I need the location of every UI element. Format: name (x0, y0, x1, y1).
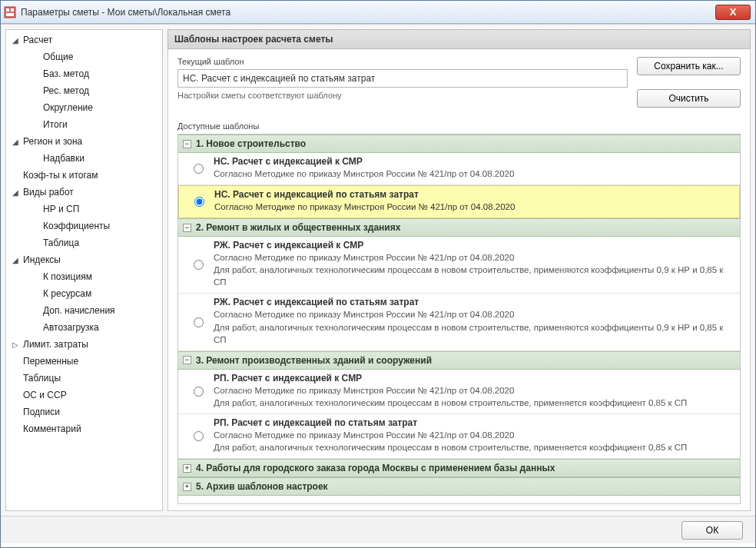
group-header-4[interactable]: +5. Архив шаблонов настроек (178, 477, 740, 496)
template-title: РП. Расчет с индексацией по статьям затр… (214, 417, 735, 428)
template-radio[interactable] (194, 164, 204, 174)
sidebar-item-9[interactable]: ◢Виды работ (6, 184, 162, 201)
sidebar-item-13[interactable]: ◢Индексы (6, 251, 162, 268)
sidebar-item-4[interactable]: Округление (6, 99, 162, 116)
template-radio[interactable] (194, 387, 204, 397)
sidebar-item-label: ОС и ССР (23, 390, 67, 400)
expand-icon: + (183, 464, 191, 473)
available-templates-label: Доступные шаблоны (177, 121, 741, 131)
sidebar-item-8[interactable]: Коэф-ты к итогам (6, 167, 162, 184)
sidebar-item-21[interactable]: ОС и ССР (6, 387, 162, 404)
save-as-button[interactable]: Сохранить как... (637, 57, 741, 75)
sidebar-item-3[interactable]: Рес. метод (6, 82, 162, 99)
template-radio[interactable] (194, 431, 204, 441)
sidebar-item-label: Надбавки (43, 153, 85, 164)
sidebar-item-label: Округление (43, 102, 93, 113)
panel-content: Текущий шаблон Настройки сметы соответст… (167, 49, 751, 511)
sidebar-item-1[interactable]: Общие (6, 48, 162, 65)
template-desc: Согласно Методике по приказу Минстроя Ро… (214, 251, 735, 288)
sidebar-item-label: Лимит. затраты (23, 339, 88, 350)
sidebar-item-11[interactable]: Коэффициенты (6, 218, 162, 234)
current-template-input[interactable] (177, 69, 628, 88)
app-icon (4, 6, 16, 18)
sidebar-item-14[interactable]: К позициям (6, 268, 162, 285)
group-title: 1. Новое строительство (196, 138, 306, 149)
sidebar-item-label: Таблицы (23, 373, 61, 384)
template-row[interactable]: РЖ. Расчет с индексацией по статьям затр… (178, 294, 740, 350)
sidebar-item-19[interactable]: Переменные (6, 353, 162, 370)
window-title: Параметры сметы - Мои сметы\Локальная см… (21, 7, 715, 18)
template-row[interactable]: НС. Расчет с индексацией к СМРСогласно М… (178, 153, 740, 185)
template-title: НС. Расчет с индексацией по статьям затр… (214, 189, 734, 200)
clear-button[interactable]: Очистить (637, 89, 741, 108)
group-title: 3. Ремонт производственных зданий и соор… (196, 355, 432, 366)
template-row[interactable]: РП. Расчет с индексацией к СМРСогласно М… (178, 370, 740, 414)
sidebar-item-label: Индексы (23, 254, 61, 265)
close-button[interactable]: X (715, 5, 751, 20)
sidebar-item-label: Рес. метод (43, 85, 89, 96)
sidebar[interactable]: ◢РасчетОбщиеБаз. методРес. методОкруглен… (5, 29, 163, 511)
group-title: 2. Ремонт в жилых и общественных зданиях (196, 222, 400, 233)
sidebar-item-label: Общие (43, 51, 73, 62)
sidebar-item-23[interactable]: Комментарий (6, 420, 162, 437)
dialog-footer: ОК (1, 516, 755, 543)
group-header-3[interactable]: +4. Работы для городского заказа города … (178, 459, 740, 477)
group-header-2[interactable]: −3. Ремонт производственных зданий и соо… (178, 351, 740, 370)
sidebar-item-20[interactable]: Таблицы (6, 370, 162, 387)
svg-rect-3 (6, 13, 14, 16)
template-title: РП. Расчет с индексацией к СМР (214, 373, 735, 384)
sidebar-item-label: Виды работ (23, 187, 74, 198)
sidebar-item-7[interactable]: Надбавки (6, 150, 162, 167)
sidebar-item-15[interactable]: К ресурсам (6, 285, 162, 302)
sidebar-item-5[interactable]: Итоги (6, 116, 162, 133)
dialog-window: Параметры сметы - Мои сметы\Локальная см… (0, 0, 756, 548)
sidebar-item-10[interactable]: НР и СП (6, 201, 162, 218)
template-radio[interactable] (194, 197, 204, 207)
template-title: РЖ. Расчет с индексацией по статьям затр… (214, 297, 735, 307)
template-radio[interactable] (194, 317, 204, 327)
nav-tree: ◢РасчетОбщиеБаз. методРес. методОкруглен… (6, 30, 162, 439)
dialog-body: ◢РасчетОбщиеБаз. методРес. методОкруглен… (1, 24, 755, 516)
tree-arrow-icon: ◢ (12, 256, 22, 264)
template-radio[interactable] (194, 260, 204, 270)
sidebar-item-6[interactable]: ◢Регион и зона (6, 133, 162, 150)
sidebar-item-label: К позициям (43, 271, 92, 282)
template-row[interactable]: РЖ. Расчет с индексацией к СМРСогласно М… (178, 237, 740, 294)
expand-icon: − (183, 140, 191, 148)
sidebar-item-label: Подписи (23, 407, 60, 417)
sidebar-item-label: Коэф-ты к итогам (23, 170, 98, 181)
tree-arrow-icon: ◢ (12, 188, 22, 197)
template-title: НС. Расчет с индексацией к СМР (214, 156, 735, 167)
sidebar-item-17[interactable]: Автозагрузка (6, 319, 162, 336)
sidebar-item-label: Автозагрузка (43, 322, 99, 333)
template-desc: Согласно Методике по приказу Минстроя Ро… (214, 308, 735, 345)
tree-arrow-icon: ◢ (12, 36, 22, 45)
expand-icon: + (183, 483, 191, 491)
sidebar-item-2[interactable]: Баз. метод (6, 65, 162, 82)
sidebar-item-label: Итоги (43, 119, 68, 130)
panel-header: Шаблоны настроек расчета сметы (167, 29, 751, 49)
group-header-1[interactable]: −2. Ремонт в жилых и общественных здания… (178, 218, 740, 237)
template-row[interactable]: РП. Расчет с индексацией по статьям затр… (178, 414, 740, 459)
sidebar-item-16[interactable]: Доп. начисления (6, 302, 162, 319)
template-desc: Согласно Методике по приказу Минстроя Ро… (214, 429, 735, 453)
template-row[interactable]: НС. Расчет с индексацией по статьям затр… (178, 185, 740, 218)
sidebar-item-label: Переменные (23, 356, 78, 367)
templates-list[interactable]: −1. Новое строительствоНС. Расчет с инде… (177, 134, 741, 504)
sidebar-item-label: НР и СП (43, 204, 79, 214)
template-title: РЖ. Расчет с индексацией к СМР (214, 240, 735, 251)
sidebar-item-label: Комментарий (23, 423, 81, 434)
sidebar-item-label: Расчет (23, 35, 52, 45)
template-desc: Согласно Методике по приказу Минстроя Ро… (214, 384, 735, 409)
current-template-row: Текущий шаблон Настройки сметы соответст… (177, 57, 741, 108)
main-panel: Шаблоны настроек расчета сметы Текущий ш… (167, 29, 751, 511)
sidebar-item-label: Таблица (43, 237, 79, 248)
group-header-0[interactable]: −1. Новое строительство (178, 135, 740, 153)
group-title: 5. Архив шаблонов настроек (196, 481, 328, 492)
sidebar-item-12[interactable]: Таблица (6, 234, 162, 251)
expand-icon: − (183, 356, 191, 364)
sidebar-item-22[interactable]: Подписи (6, 404, 162, 420)
sidebar-item-18[interactable]: ▷Лимит. затраты (6, 336, 162, 353)
sidebar-item-0[interactable]: ◢Расчет (6, 32, 162, 48)
ok-button[interactable]: ОК (681, 521, 743, 540)
